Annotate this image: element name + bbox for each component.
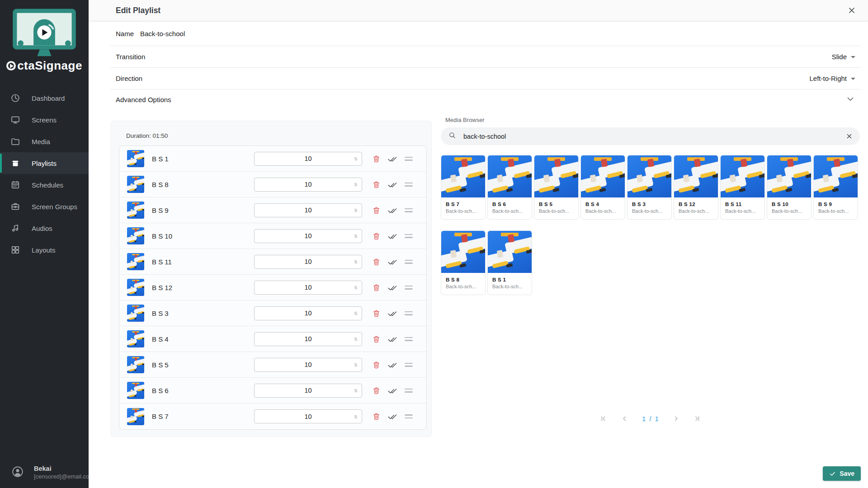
audios-icon: [10, 223, 21, 234]
media-card[interactable]: B S 11 Back-to-sch...: [720, 155, 765, 220]
sidebar-item-audios[interactable]: Audios: [0, 217, 89, 239]
delete-item-icon[interactable]: [372, 412, 381, 421]
sidebar-item-schedules[interactable]: Schedules: [0, 174, 89, 196]
media-card-subtitle: Back-to-sch...: [772, 208, 811, 214]
screen-groups-icon: [10, 201, 21, 212]
close-icon[interactable]: [847, 6, 856, 15]
duration-input-wrap: s: [254, 306, 362, 320]
duration-input-wrap: s: [254, 332, 362, 346]
media-thumbnail: [127, 382, 144, 399]
delete-item-icon[interactable]: [372, 206, 381, 215]
duration-input-wrap: s: [254, 178, 362, 192]
page-title: Edit Playlist: [116, 6, 160, 15]
drag-handle[interactable]: [405, 208, 413, 212]
media-thumbnail: [127, 227, 144, 244]
media-card[interactable]: B S 12 Back-to-sch...: [674, 155, 718, 220]
duration-input[interactable]: [255, 232, 362, 240]
save-button[interactable]: Save: [823, 466, 861, 481]
apply-duration-all-icon[interactable]: [387, 258, 397, 266]
media-card-name: B S 7: [446, 202, 485, 207]
playlist-item-name: B S 6: [152, 387, 169, 394]
first-page-icon[interactable]: [599, 415, 607, 422]
duration-input[interactable]: [255, 309, 362, 317]
media-card[interactable]: B S 4 Back-to-sch...: [580, 155, 625, 220]
duration-input[interactable]: [255, 258, 362, 266]
direction-value: Left-to-Right: [809, 75, 847, 82]
search-input[interactable]: [462, 132, 840, 141]
media-card[interactable]: B S 1 Back-to-sch...: [487, 230, 532, 295]
sidebar-item-screens[interactable]: Screens: [0, 109, 89, 131]
next-page-icon[interactable]: [672, 415, 680, 422]
duration-input[interactable]: [255, 335, 362, 343]
media-thumbnail: [127, 356, 144, 373]
media-card[interactable]: B S 10 Back-to-sch...: [767, 155, 811, 220]
delete-item-icon[interactable]: [372, 155, 381, 163]
apply-duration-all-icon[interactable]: [387, 412, 397, 421]
apply-duration-all-icon[interactable]: [387, 155, 397, 163]
media-card-name: B S 4: [585, 202, 625, 207]
drag-handle[interactable]: [405, 183, 413, 187]
sidebar-item-screen-groups[interactable]: Screen Groups: [0, 196, 89, 217]
delete-item-icon[interactable]: [372, 258, 381, 266]
name-value[interactable]: Back-to-school: [140, 30, 185, 38]
advanced-options-row[interactable]: Advanced Options: [110, 89, 861, 109]
media-card[interactable]: B S 3 Back-to-sch...: [627, 155, 672, 220]
drag-handle[interactable]: [405, 363, 413, 367]
drag-handle[interactable]: [405, 234, 413, 238]
drag-handle[interactable]: [405, 260, 413, 264]
drag-handle[interactable]: [405, 157, 413, 161]
duration-input-wrap: s: [254, 358, 362, 372]
delete-item-icon[interactable]: [372, 309, 381, 318]
delete-item-icon[interactable]: [372, 335, 381, 343]
clear-search-icon[interactable]: [846, 133, 853, 140]
user-profile[interactable]: Bekai [censored]@email.com: [0, 465, 89, 480]
media-card-subtitle: Back-to-sch...: [539, 208, 578, 214]
caret-down-icon: [851, 56, 855, 58]
drag-handle[interactable]: [405, 311, 413, 315]
apply-duration-all-icon[interactable]: [387, 309, 397, 318]
media-card-subtitle: Back-to-sch...: [585, 208, 625, 214]
prev-page-icon[interactable]: [621, 415, 628, 422]
logo-play-icon: [6, 61, 16, 70]
apply-duration-all-icon[interactable]: [387, 283, 397, 292]
sidebar-item-media[interactable]: Media: [0, 131, 89, 152]
drag-handle[interactable]: [405, 286, 413, 290]
apply-duration-all-icon[interactable]: [387, 206, 397, 215]
sidebar-item-playlists[interactable]: Playlists: [0, 152, 89, 174]
drag-handle[interactable]: [405, 337, 413, 341]
duration-input[interactable]: [255, 386, 362, 394]
direction-select[interactable]: Left-to-Right: [809, 75, 855, 82]
delete-item-icon[interactable]: [372, 283, 381, 292]
drag-handle[interactable]: [405, 389, 413, 393]
media-card[interactable]: B S 5 Back-to-sch...: [534, 155, 579, 220]
duration-input[interactable]: [255, 180, 362, 188]
duration-input[interactable]: [255, 361, 362, 369]
sidebar-item-layouts[interactable]: Layouts: [0, 239, 89, 261]
sidebar-item-dashboard[interactable]: Dashboard: [0, 87, 89, 109]
delete-item-icon[interactable]: [372, 232, 381, 240]
media-card[interactable]: B S 7 Back-to-sch...: [441, 155, 486, 220]
logo-text: ctaSignage: [0, 59, 89, 73]
delete-item-icon[interactable]: [372, 386, 381, 395]
media-card-name: B S 8: [446, 277, 485, 282]
media-card[interactable]: B S 9 Back-to-sch...: [813, 155, 858, 220]
media-card[interactable]: B S 6 Back-to-sch...: [487, 155, 532, 220]
media-card[interactable]: B S 8 Back-to-sch...: [441, 230, 486, 295]
last-page-icon[interactable]: [693, 415, 701, 422]
apply-duration-all-icon[interactable]: [387, 232, 397, 240]
duration-input[interactable]: [255, 283, 362, 291]
duration-input-wrap: s: [254, 229, 362, 243]
delete-item-icon[interactable]: [372, 361, 381, 369]
apply-duration-all-icon[interactable]: [387, 361, 397, 369]
apply-duration-all-icon[interactable]: [387, 180, 397, 189]
apply-duration-all-icon[interactable]: [387, 335, 397, 343]
delete-item-icon[interactable]: [372, 180, 381, 189]
duration-input[interactable]: [255, 206, 362, 214]
apply-duration-all-icon[interactable]: [387, 386, 397, 395]
playlist-item-name: B S 12: [152, 284, 172, 291]
duration-input[interactable]: [255, 155, 362, 163]
drag-handle[interactable]: [405, 414, 413, 418]
duration-input[interactable]: [255, 413, 362, 421]
playlist-items-list: B S 1 s: [119, 145, 427, 430]
transition-select[interactable]: Slide: [832, 53, 855, 61]
